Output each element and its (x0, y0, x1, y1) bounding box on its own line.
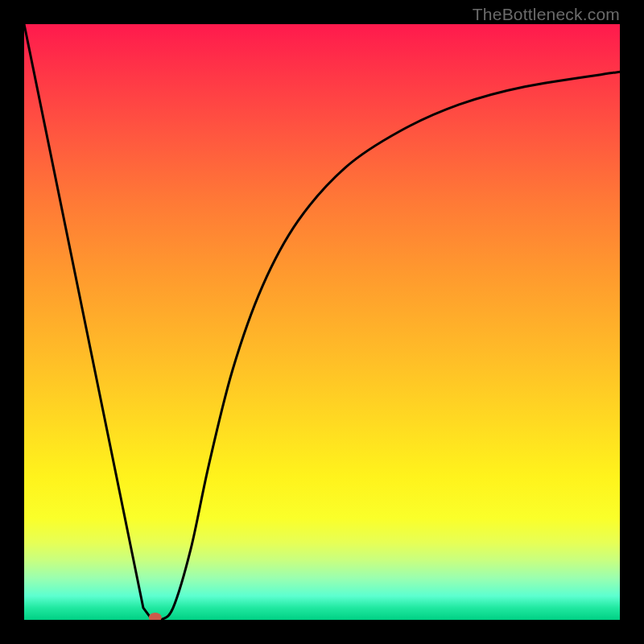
chart-svg (24, 24, 620, 620)
watermark-label: TheBottleneck.com (473, 5, 620, 24)
chart-marker-dot (149, 613, 162, 620)
chart-frame (24, 24, 620, 620)
chart-curve (24, 24, 620, 620)
